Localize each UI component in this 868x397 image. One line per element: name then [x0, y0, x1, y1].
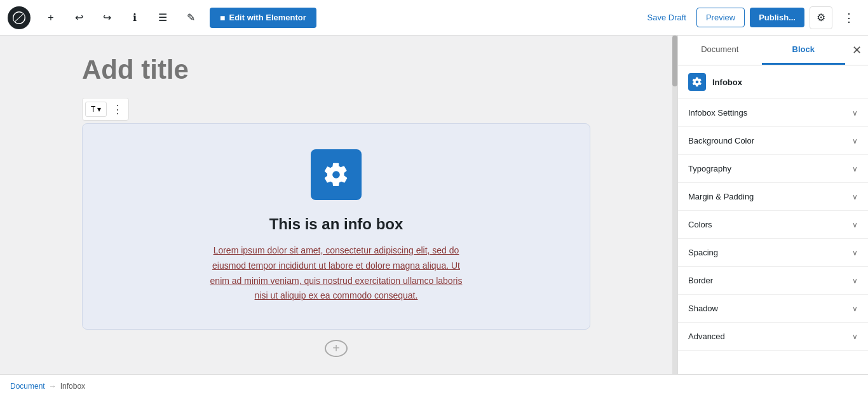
block-wrapper: T ▾ ⋮ This is an info box Lorem ipsum do… [82, 98, 590, 330]
panel-section-infobox-settings-header[interactable]: Infobox Settings ∨ [678, 99, 868, 126]
panel-section-advanced-header[interactable]: Advanced ∨ [678, 323, 868, 350]
panel-close-button[interactable]: ✕ [845, 39, 868, 62]
block-type-chevron: ▾ [97, 105, 101, 114]
page-title-input[interactable] [82, 55, 590, 85]
chevron-down-icon: ∨ [852, 192, 858, 201]
background-color-label: Background Color [688, 136, 754, 145]
advanced-label: Advanced [688, 332, 725, 341]
typography-label: Typography [688, 164, 731, 173]
panel-section-border: Border ∨ [678, 267, 868, 295]
edit-with-elementor-button[interactable]: ■ Edit with Elementor [210, 8, 316, 28]
panel-section-colors: Colors ∨ [678, 211, 868, 239]
panel-section-shadow: Shadow ∨ [678, 295, 868, 323]
gear-icon [323, 162, 349, 187]
chevron-down-icon: ∨ [852, 165, 858, 173]
chevron-down-icon: ∨ [852, 276, 858, 285]
block-type-button[interactable]: T ▾ [85, 102, 107, 117]
panel-header: Document Block ✕ [678, 36, 868, 65]
margin-padding-label: Margin & Padding [688, 192, 754, 201]
add-icon: + [48, 12, 53, 24]
infobox-block-icon [692, 77, 702, 87]
infobox-block: This is an info box Lorem ipsum dolor si… [82, 123, 590, 330]
editor-scrollbar[interactable] [672, 36, 677, 374]
block-type-icon: T [91, 105, 95, 114]
save-draft-button[interactable]: Save Draft [642, 8, 691, 27]
chevron-down-icon: ∨ [852, 220, 858, 229]
panel-block-icon-container [688, 73, 706, 91]
pencil-button[interactable]: ✎ [179, 6, 202, 29]
breadcrumb-current: Infobox [60, 382, 85, 391]
panel-sections: Infobox Settings ∨ Background Color ∨ Ty… [678, 99, 868, 374]
list-icon: ☰ [158, 11, 167, 24]
wp-logo-icon [13, 11, 25, 24]
main-area: T ▾ ⋮ This is an info box Lorem ipsum do… [0, 36, 868, 374]
chevron-down-icon: ∨ [852, 137, 858, 145]
dots-icon: ⋮ [843, 11, 855, 25]
elementor-icon: ■ [220, 13, 225, 23]
panel-section-advanced: Advanced ∨ [678, 323, 868, 351]
border-label: Border [688, 276, 713, 285]
colors-label: Colors [688, 220, 712, 229]
infobox-icon-container [311, 149, 362, 200]
undo-button[interactable]: ↩ [67, 6, 90, 29]
preview-button[interactable]: Preview [696, 8, 745, 27]
list-view-button[interactable]: ☰ [151, 6, 174, 29]
info-button[interactable]: ℹ [123, 6, 146, 29]
tab-block[interactable]: Block [762, 36, 846, 65]
block-toolbar: T ▾ ⋮ [82, 98, 129, 121]
gear-icon: ⚙ [817, 11, 825, 24]
close-icon: ✕ [852, 43, 862, 57]
panel-block-name: Infobox [712, 77, 742, 87]
breadcrumb: Document → Infobox [0, 374, 868, 397]
chevron-down-icon: ∨ [852, 304, 858, 313]
wordpress-logo[interactable] [8, 6, 31, 29]
redo-icon: ↪ [103, 11, 111, 24]
panel-section-infobox-settings: Infobox Settings ∨ [678, 99, 868, 127]
infobox-settings-label: Infobox Settings [688, 108, 747, 118]
block-more-dots-icon: ⋮ [112, 103, 123, 116]
breadcrumb-separator: → [49, 382, 57, 391]
tab-document[interactable]: Document [678, 36, 762, 65]
add-block-toolbar-button[interactable]: + [39, 6, 62, 29]
infobox-title: This is an info box [269, 215, 403, 233]
redo-button[interactable]: ↪ [95, 6, 118, 29]
panel-section-background-color: Background Color ∨ [678, 127, 868, 155]
right-panel: Document Block ✕ Infobox Infobox Setting… [677, 36, 868, 374]
publish-button[interactable]: Publish... [750, 8, 804, 27]
pencil-icon: ✎ [187, 11, 195, 24]
panel-section-typography-header[interactable]: Typography ∨ [678, 155, 868, 182]
plus-icon: + [332, 341, 340, 356]
add-block-button[interactable]: + [325, 340, 348, 357]
panel-section-shadow-header[interactable]: Shadow ∨ [678, 295, 868, 322]
infobox-body-text: Lorem ipsum dolor sit amet, consectetur … [203, 243, 470, 304]
editor-area[interactable]: T ▾ ⋮ This is an info box Lorem ipsum do… [0, 36, 672, 374]
panel-section-background-color-header[interactable]: Background Color ∨ [678, 127, 868, 154]
top-toolbar: + ↩ ↪ ℹ ☰ ✎ ■ Edit with Elementor Save D… [0, 0, 868, 36]
settings-gear-button[interactable]: ⚙ [810, 6, 832, 29]
panel-section-colors-header[interactable]: Colors ∨ [678, 211, 868, 238]
chevron-down-icon: ∨ [852, 332, 858, 341]
breadcrumb-parent-link[interactable]: Document [10, 382, 45, 391]
chevron-down-icon: ∨ [852, 248, 858, 257]
panel-section-border-header[interactable]: Border ∨ [678, 267, 868, 294]
more-options-button[interactable]: ⋮ [837, 6, 860, 29]
panel-section-spacing-header[interactable]: Spacing ∨ [678, 239, 868, 266]
spacing-label: Spacing [688, 248, 718, 257]
shadow-label: Shadow [688, 304, 718, 313]
panel-section-margin-padding: Margin & Padding ∨ [678, 183, 868, 211]
editor-scrollbar-thumb [672, 36, 677, 86]
panel-block-label: Infobox [678, 65, 868, 99]
chevron-down-icon: ∨ [852, 109, 858, 118]
undo-icon: ↩ [75, 11, 83, 24]
panel-section-typography: Typography ∨ [678, 155, 868, 183]
panel-section-spacing: Spacing ∨ [678, 239, 868, 267]
info-icon: ℹ [133, 11, 137, 24]
block-more-options-button[interactable]: ⋮ [109, 101, 126, 118]
panel-section-margin-padding-header[interactable]: Margin & Padding ∨ [678, 183, 868, 210]
